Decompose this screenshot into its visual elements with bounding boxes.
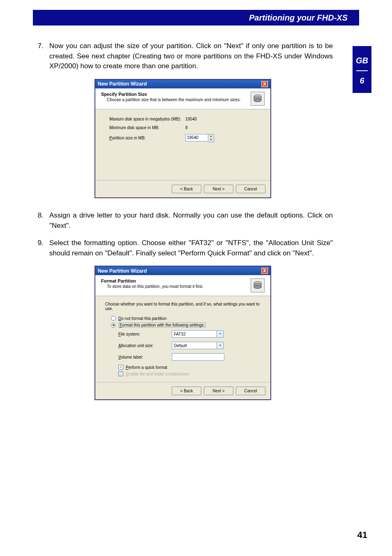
dialog2-subheading: To store data on this partition, you mus… (101, 284, 203, 289)
dialog1-title: New Partition Wizard (98, 81, 147, 87)
next-button[interactable]: Next > (204, 387, 233, 395)
specify-partition-size-dialog: New Partition Wizard X Specify Partition… (95, 79, 271, 198)
format-partition-dialog: New Partition Wizard X Format Partition … (95, 266, 271, 400)
step-8-text: Assign a drive letter to your hard disk.… (49, 211, 333, 231)
chevron-down-icon[interactable]: ▾ (217, 342, 224, 349)
dialog1-heading: Specify Partition Size (101, 92, 241, 97)
quick-format-label: Perform a quick format (126, 365, 167, 370)
dialog1-titlebar: New Partition Wizard X (95, 80, 270, 88)
dialog1-footer: < Back Next > Cancel (95, 180, 270, 197)
close-button[interactable]: X (261, 81, 268, 87)
back-button[interactable]: < Back (172, 185, 201, 193)
checkbox-icon (118, 371, 123, 376)
compression-label: Enable file and folder compression (126, 372, 189, 376)
dialog1-header: Specify Partition Size Choose a partitio… (95, 88, 270, 109)
page-header: Partitioning your FHD-XS (33, 10, 359, 25)
radio-do-not-format-label: Do not format this partition (118, 316, 166, 321)
spinner-down-icon[interactable]: ▼ (208, 138, 214, 142)
step-7-num: 7. (33, 41, 49, 72)
volume-label-label: Volume label: (118, 355, 172, 359)
partition-size-spinner[interactable]: ▲ ▼ (185, 134, 214, 142)
radio-format-with-settings[interactable]: Format this partition with the following… (104, 322, 262, 328)
step-7-text: Now you can adjust the size of your part… (49, 41, 333, 72)
next-button[interactable]: Next > (204, 185, 233, 193)
dialog2-heading: Format Partition (101, 278, 203, 283)
page-title: Partitioning your FHD-XS (249, 13, 348, 23)
dialog2-footer: < Back Next > Cancel (95, 382, 270, 399)
quick-format-checkbox[interactable]: ✓ Perform a quick format (104, 365, 262, 370)
allocation-unit-input[interactable] (172, 342, 217, 349)
max-disk-value: 19540 (185, 117, 197, 121)
min-disk-label: Minimum disk space in MB: (109, 125, 185, 130)
side-tab-chapter: 6 (353, 76, 371, 86)
spinner-up-icon[interactable]: ▲ (208, 134, 214, 138)
allocation-unit-label: Allocation unit size: (118, 343, 172, 348)
side-tab-lang: GB (353, 56, 371, 65)
compression-checkbox: Enable file and folder compression (104, 371, 262, 376)
disk-icon (251, 278, 265, 292)
step-8-num: 8. (33, 211, 49, 231)
checkbox-icon: ✓ (118, 365, 123, 370)
step-8: 8. Assign a drive letter to your hard di… (33, 211, 333, 231)
step-9: 9. Select the formatting option. Choose … (33, 238, 333, 258)
cancel-button[interactable]: Cancel (236, 185, 265, 193)
disk-icon (251, 92, 265, 106)
step-9-num: 9. (33, 238, 49, 258)
partition-size-input[interactable] (185, 134, 208, 141)
close-button[interactable]: X (261, 268, 268, 274)
step-7: 7. Now you can adjust the size of your p… (33, 41, 333, 72)
volume-label-input[interactable] (172, 353, 224, 361)
cancel-button[interactable]: Cancel (236, 387, 265, 395)
radio-icon (111, 316, 116, 321)
chevron-down-icon[interactable]: ▾ (217, 330, 224, 338)
dialog2-titlebar: New Partition Wizard X (95, 266, 270, 275)
side-tab-divider (356, 70, 368, 71)
dialog2-header: Format Partition To store data on this p… (95, 275, 270, 296)
dialog1-subheading: Choose a partition size that is between … (101, 97, 241, 102)
max-disk-label: Maxium disk space in megabytes (MB): (109, 117, 185, 121)
radio-format-with-settings-label: Format this partition with the following… (118, 322, 206, 328)
partition-size-label: Partition size in MB: (109, 136, 185, 140)
file-system-combo[interactable]: ▾ (172, 330, 224, 338)
min-disk-value: 8 (185, 125, 188, 130)
side-tab: GB 6 (353, 46, 371, 93)
page-number: 41 (357, 530, 367, 540)
dialog1-body: Maxium disk space in megabytes (MB): 195… (95, 109, 270, 180)
content-area: 7. Now you can adjust the size of your p… (33, 41, 333, 412)
file-system-label: File system: (118, 332, 172, 336)
allocation-unit-combo[interactable]: ▾ (172, 342, 224, 349)
back-button[interactable]: < Back (172, 387, 201, 395)
dialog2-body: Choose whether you want to format this p… (95, 296, 270, 382)
file-system-input[interactable] (172, 330, 217, 338)
radio-icon (111, 323, 116, 328)
step-9-text: Select the formatting option. Choose eit… (49, 238, 333, 258)
radio-do-not-format[interactable]: Do not format this partition (104, 316, 262, 321)
dialog2-title: New Partition Wizard (98, 268, 147, 274)
dialog2-desc: Choose whether you want to format this p… (104, 302, 262, 311)
